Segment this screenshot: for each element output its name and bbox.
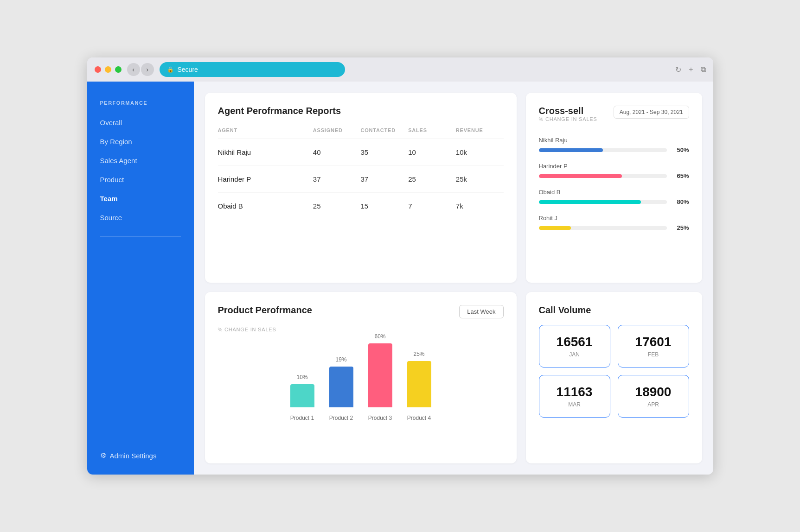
sidebar-divider: [100, 236, 181, 237]
crosssell-agent-name: Obaid B: [539, 189, 689, 196]
bar-pct-label: 25%: [413, 351, 424, 357]
gear-icon: ⚙: [100, 451, 106, 460]
callvolume-feb: 17601 FEB: [618, 325, 689, 367]
crosssell-bar-bg: [539, 174, 667, 178]
crosssell-card: Cross-sell % Change in Sales Aug, 2021 -…: [526, 93, 702, 283]
browser-body: Performance Overall By Region Sales Agen…: [87, 82, 713, 475]
sidebar-item-label: Sales Agent: [100, 157, 137, 165]
sidebar-item-by-region[interactable]: By Region: [87, 132, 194, 151]
minimize-button[interactable]: [105, 66, 111, 73]
bar-label: Product 1: [290, 415, 314, 421]
crosssell-item-rohit: Rohit J 25%: [539, 215, 689, 231]
crosssell-bar-bg: [539, 200, 667, 204]
callvolume-apr: 18900 APR: [618, 375, 689, 418]
sidebar-item-label: Team: [100, 195, 118, 203]
product-header: Product Perofrmance % Change in Sales La…: [218, 305, 504, 345]
sales-val: 7: [408, 202, 456, 210]
sidebar-item-product[interactable]: Product: [87, 170, 194, 189]
callvolume-number: 17601: [626, 335, 681, 349]
sidebar-item-source[interactable]: Source: [87, 208, 194, 227]
date-range-button[interactable]: Aug, 2021 - Sep 30, 2021: [614, 106, 689, 119]
callvolume-number: 11163: [547, 385, 602, 399]
bar-item-product2: 19% Product 2: [329, 356, 353, 421]
close-button[interactable]: [95, 66, 101, 73]
duplicate-button[interactable]: ⧉: [701, 65, 706, 74]
callvolume-number: 16561: [547, 335, 602, 349]
crosssell-bar-fill: [539, 148, 603, 152]
table-header: Agent Assigned Contacted Sales Revenue: [218, 127, 504, 139]
callvolume-month: APR: [626, 401, 681, 408]
bar-rect: [329, 367, 353, 407]
callvolume-mar: 11163 MAR: [539, 375, 610, 418]
sidebar-section-label: Performance: [87, 100, 194, 113]
bar-rect: [290, 384, 314, 407]
bar-rect: [407, 361, 431, 407]
new-tab-button[interactable]: +: [689, 65, 693, 74]
col-contacted: Contacted: [360, 127, 408, 133]
crosssell-bar-fill: [539, 226, 571, 230]
crosssell-agent-name: Harinder P: [539, 163, 689, 170]
callvolume-month: MAR: [547, 401, 602, 408]
crosssell-item-obaid: Obaid B 80%: [539, 189, 689, 205]
crosssell-pct: 50%: [672, 146, 689, 153]
maximize-button[interactable]: [115, 66, 122, 73]
crosssell-bar-row: 25%: [539, 224, 689, 231]
contacted-val: 37: [360, 175, 408, 183]
crosssell-title: Cross-sell: [539, 106, 597, 116]
bar-item-product4: 25% Product 4: [407, 351, 431, 421]
agent-card-title: Agent Perofrmance Reports: [218, 106, 504, 116]
address-text: Secure: [178, 66, 198, 73]
bar-item-product1: 10% Product 1: [290, 374, 314, 421]
product-title: Product Perofrmance: [218, 305, 312, 316]
crosssell-bar-fill: [539, 200, 641, 204]
bar-item-product3: 60% Product 3: [368, 333, 392, 421]
sidebar-item-sales-agent[interactable]: Sales Agent: [87, 151, 194, 170]
callvolume-number: 18900: [626, 385, 681, 399]
table-row: Harinder P 37 37 25 25k: [218, 166, 504, 193]
contacted-val: 15: [360, 202, 408, 210]
admin-settings-item[interactable]: ⚙ Admin Settings: [87, 446, 194, 465]
col-assigned: Assigned: [313, 127, 361, 133]
contacted-val: 35: [360, 148, 408, 156]
lock-icon: 🔒: [167, 66, 174, 73]
back-button[interactable]: ‹: [127, 63, 140, 76]
crosssell-bar-row: 65%: [539, 172, 689, 179]
sales-val: 25: [408, 175, 456, 183]
admin-settings-label: Admin Settings: [110, 452, 157, 460]
bar-chart: 10% Product 1 19% Product 2 60% Product …: [218, 347, 504, 421]
sidebar: Performance Overall By Region Sales Agen…: [87, 82, 194, 475]
address-bar[interactable]: 🔒 Secure: [160, 62, 345, 77]
refresh-button[interactable]: ↻: [675, 65, 681, 74]
callvolume-title: Call Volume: [539, 305, 689, 316]
revenue-val: 25k: [456, 175, 504, 183]
revenue-val: 7k: [456, 202, 504, 210]
agent-name: Harinder P: [218, 175, 313, 183]
sidebar-item-overall[interactable]: Overall: [87, 113, 194, 132]
revenue-val: 10k: [456, 148, 504, 156]
sidebar-item-team[interactable]: Team: [87, 189, 194, 208]
product-subtitle: % Change in Sales: [218, 327, 312, 332]
agent-name: Obaid B: [218, 202, 313, 210]
crosssell-item-harinder: Harinder P 65%: [539, 163, 689, 179]
forward-button[interactable]: ›: [141, 63, 154, 76]
last-week-button[interactable]: Last Week: [459, 305, 503, 318]
assigned-val: 25: [313, 202, 361, 210]
nav-buttons: ‹ ›: [127, 63, 154, 76]
crosssell-item-nikhil: Nikhil Raju 50%: [539, 137, 689, 153]
product-performance-card: Product Perofrmance % Change in Sales La…: [205, 292, 517, 463]
callvolume-month: FEB: [626, 351, 681, 358]
browser-window: ‹ › 🔒 Secure ↻ + ⧉ Performance Overall B…: [87, 57, 713, 475]
crosssell-agent-name: Rohit J: [539, 215, 689, 222]
crosssell-bar-row: 50%: [539, 146, 689, 153]
crosssell-bar-fill: [539, 174, 622, 178]
col-agent: Agent: [218, 127, 313, 133]
bar-pct-label: 60%: [374, 333, 385, 340]
crosssell-header: Cross-sell % Change in Sales Aug, 2021 -…: [539, 106, 689, 133]
agent-performance-card: Agent Perofrmance Reports Agent Assigned…: [205, 93, 517, 283]
callvolume-grid: 16561 JAN 17601 FEB 11163 MAR 18900 APR: [539, 325, 689, 418]
titlebar: ‹ › 🔒 Secure ↻ + ⧉: [87, 57, 713, 82]
crosssell-pct: 65%: [672, 172, 689, 179]
crosssell-agent-name: Nikhil Raju: [539, 137, 689, 144]
call-volume-card: Call Volume 16561 JAN 17601 FEB 11163 MA…: [526, 292, 702, 463]
bar-label: Product 3: [368, 415, 392, 421]
